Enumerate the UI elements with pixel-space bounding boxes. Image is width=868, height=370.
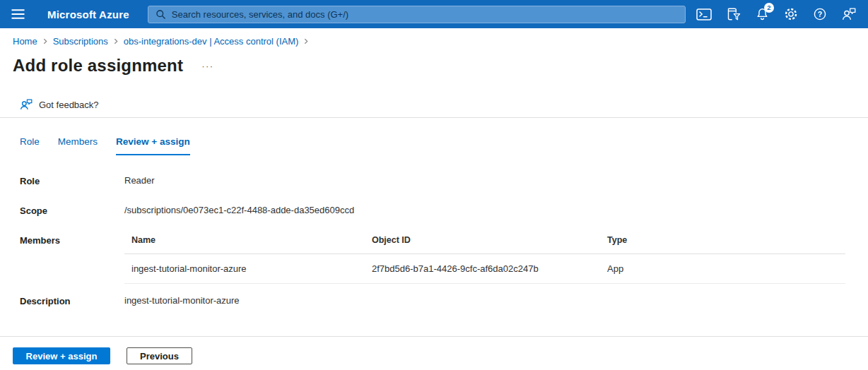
global-search-box[interactable]: [148, 6, 686, 23]
help-button[interactable]: ?: [811, 5, 829, 23]
help-icon: ?: [814, 8, 826, 20]
hamburger-icon: [11, 8, 25, 20]
chevron-right-icon: [113, 38, 119, 44]
cloud-shell-button[interactable]: [695, 5, 713, 23]
title-row: Add role assignment ···: [13, 56, 868, 76]
feedback-row: Got feedback?: [0, 99, 868, 118]
tab-members[interactable]: Members: [58, 136, 98, 155]
directory-filter-icon: [726, 8, 741, 20]
role-value: Reader: [124, 175, 155, 186]
review-assign-button[interactable]: Review + assign: [13, 347, 110, 364]
scope-field: Scope /subscriptions/0e073ec1-c22f-4488-…: [20, 205, 845, 216]
role-label: Role: [20, 175, 124, 186]
feedback-person-icon: [842, 8, 856, 20]
members-label: Members: [20, 234, 124, 246]
search-icon: [156, 9, 166, 20]
member-type-cell: App: [600, 254, 845, 283]
tab-role[interactable]: Role: [20, 136, 40, 155]
breadcrumb: Home Subscriptions obs-integrations-dev …: [0, 28, 868, 47]
page-title: Add role assignment: [13, 56, 183, 76]
scope-value: /subscriptions/0e073ec1-c22f-4488-adde-d…: [124, 205, 354, 215]
topbar-icon-group: 2 ?: [695, 5, 858, 23]
role-field: Role Reader: [20, 175, 845, 186]
gear-icon: [784, 7, 798, 21]
menu-button[interactable]: [8, 5, 27, 23]
previous-button[interactable]: Previous: [127, 347, 192, 364]
column-header-type: Type: [600, 234, 845, 253]
breadcrumb-subscription-iam[interactable]: obs-integrations-dev | Access control (I…: [124, 36, 299, 47]
chevron-right-icon: [42, 38, 48, 44]
top-bar: Microsoft Azure 2: [0, 0, 868, 28]
footer-action-bar: Review + assign Previous: [0, 336, 868, 370]
description-label: Description: [20, 295, 124, 306]
search-input[interactable]: [172, 9, 678, 20]
got-feedback-link[interactable]: Got feedback?: [39, 100, 99, 110]
scope-label: Scope: [20, 205, 124, 216]
directory-filter-button[interactable]: [724, 5, 742, 23]
members-table-header: Name Object ID Type: [124, 234, 845, 254]
column-header-name: Name: [124, 234, 365, 253]
review-summary: Role Reader Scope /subscriptions/0e073ec…: [0, 175, 868, 306]
azure-portal-page: Microsoft Azure 2: [0, 0, 868, 370]
tab-bar: Role Members Review + assign: [20, 136, 868, 155]
description-field: Description ingest-tutorial-monitor-azur…: [20, 295, 845, 306]
brand-home-link[interactable]: Microsoft Azure: [47, 8, 129, 20]
description-value: ingest-tutorial-monitor-azure: [124, 295, 240, 306]
more-actions-button[interactable]: ···: [201, 61, 214, 70]
breadcrumb-home[interactable]: Home: [13, 36, 37, 47]
notification-badge: 2: [764, 3, 774, 13]
member-object-id-cell: 2f7bd5d6-b7a1-4426-9cfc-af6da02c247b: [365, 254, 600, 283]
feedback-button[interactable]: [840, 5, 858, 23]
tab-review-assign[interactable]: Review + assign: [116, 136, 190, 155]
notifications-button[interactable]: 2: [753, 5, 771, 23]
svg-text:?: ?: [818, 10, 822, 18]
cloud-shell-icon: [696, 8, 712, 20]
member-name-cell: ingest-tutorial-monitor-azure: [124, 254, 365, 283]
settings-button[interactable]: [782, 5, 800, 23]
table-row: ingest-tutorial-monitor-azure 2f7bd5d6-b…: [124, 254, 845, 284]
members-field: Members Name Object ID Type ingest-tutor…: [20, 234, 845, 284]
column-header-object-id: Object ID: [365, 234, 600, 253]
members-table: Name Object ID Type ingest-tutorial-moni…: [124, 234, 845, 284]
breadcrumb-subscriptions[interactable]: Subscriptions: [53, 36, 108, 47]
chevron-right-icon: [303, 38, 309, 44]
got-feedback-icon: [20, 99, 33, 110]
